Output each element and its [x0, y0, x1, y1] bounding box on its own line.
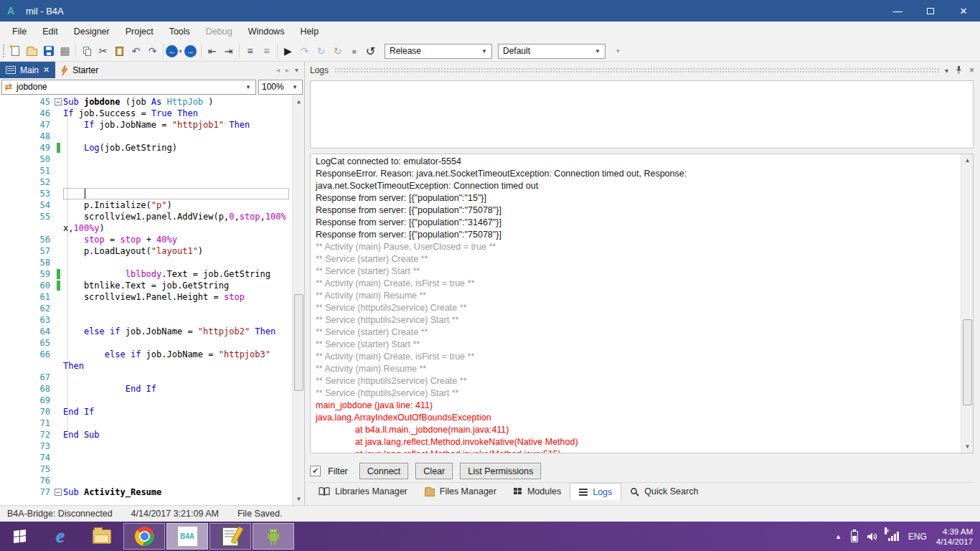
menu-help[interactable]: Help: [292, 23, 326, 40]
minimize-button[interactable]: —: [881, 0, 914, 22]
code-line[interactable]: 61 scrollview1.Panel.Height = stop: [0, 291, 292, 303]
code-line[interactable]: 73: [0, 441, 292, 452]
fold-collapse-icon[interactable]: −: [55, 98, 62, 105]
tab-main[interactable]: Main ✕: [0, 62, 55, 78]
scrollbar-thumb[interactable]: [963, 319, 972, 405]
code-line[interactable]: 47 If job.JobName = "httpjob1" Then: [0, 119, 292, 131]
scroll-up-icon[interactable]: ▲: [961, 154, 974, 166]
menu-windows[interactable]: Windows: [240, 23, 293, 40]
code-line[interactable]: 51: [0, 165, 292, 176]
show-hidden-icons[interactable]: ▲: [835, 533, 842, 540]
menu-edit[interactable]: Edit: [34, 23, 66, 40]
code-line[interactable]: 59 lblbody.Text = job.GetString: [0, 268, 292, 280]
undo-icon[interactable]: ↶: [128, 43, 144, 60]
code-line[interactable]: 53: [0, 188, 292, 199]
uncomment-icon[interactable]: ≡: [258, 43, 275, 60]
redo-icon[interactable]: ↷: [144, 43, 161, 60]
close-tab-icon[interactable]: ✕: [43, 65, 50, 75]
taskbar-notepad-plus[interactable]: [209, 523, 251, 550]
list-permissions-button[interactable]: List Permissions: [460, 463, 541, 479]
new-project-icon[interactable]: ✦: [7, 43, 24, 60]
navigate-back-icon[interactable]: ←▾: [166, 43, 182, 60]
rebuild-icon[interactable]: ↺: [362, 43, 379, 60]
code-line[interactable]: 72End Sub: [0, 429, 292, 441]
start-button[interactable]: [0, 522, 39, 551]
zoom-selector[interactable]: 100% ▼: [258, 80, 303, 95]
network-icon[interactable]: ✳: [888, 532, 899, 541]
connect-button[interactable]: Connect: [359, 463, 409, 479]
panel-close-icon[interactable]: ×: [969, 65, 974, 75]
code-line[interactable]: 50: [0, 154, 292, 165]
taskbar-chrome[interactable]: [123, 523, 165, 550]
toolbar-overflow-icon[interactable]: ▾: [610, 43, 626, 60]
profile-select[interactable]: Default ▼: [498, 44, 606, 59]
clock[interactable]: 4:39 AM 4/14/2017: [936, 527, 973, 547]
code-line[interactable]: 56 stop = stop + 40%y: [0, 234, 292, 245]
copy-icon[interactable]: [78, 43, 95, 60]
open-project-icon[interactable]: [24, 43, 40, 60]
language-indicator[interactable]: ENG: [908, 532, 927, 542]
paste-icon[interactable]: [111, 43, 128, 60]
scrollbar-thumb[interactable]: [294, 294, 303, 391]
maximize-button[interactable]: [914, 0, 947, 22]
code-line[interactable]: 74: [0, 452, 292, 463]
cut-icon[interactable]: ✂: [95, 43, 111, 60]
code-line[interactable]: 62: [0, 303, 292, 314]
filter-checkbox[interactable]: ✔: [310, 466, 321, 476]
panel-menu-icon[interactable]: ▾: [945, 67, 948, 75]
code-editor[interactable]: 45−Sub jobdone (job As HttpJob )46If job…: [0, 95, 304, 505]
code-line[interactable]: 69: [0, 395, 292, 406]
scroll-up-icon[interactable]: ▲: [293, 95, 304, 108]
sub-selector[interactable]: ⇄ jobdone ▼: [1, 80, 256, 95]
code-line[interactable]: 63: [0, 314, 292, 326]
scroll-down-icon[interactable]: ▼: [293, 493, 304, 505]
code-line[interactable]: 67: [0, 372, 292, 383]
tab-files-manager[interactable]: Files Manager: [416, 483, 505, 500]
code-line[interactable]: x,100%y): [0, 222, 292, 234]
code-line[interactable]: 46If job.Success = True Then: [0, 108, 292, 119]
code-line[interactable]: 55 scrollview1.panel.AddView(p,0,stop,10…: [0, 211, 292, 222]
fold-collapse-icon[interactable]: −: [55, 489, 62, 496]
build-config-select[interactable]: Release ▼: [385, 44, 492, 59]
code-line[interactable]: 54 p.Initialize("p"): [0, 199, 292, 211]
volume-icon[interactable]: [867, 532, 879, 542]
code-line[interactable]: 60 btnlike.Text = job.GetString: [0, 280, 292, 291]
pin-icon[interactable]: [956, 66, 962, 75]
export-package-icon[interactable]: ▦: [57, 43, 73, 60]
tab-quick-search[interactable]: Quick Search: [621, 483, 707, 500]
tab-list-icon[interactable]: ▾: [295, 66, 298, 74]
tab-starter[interactable]: Starter: [55, 62, 104, 78]
code-line[interactable]: 48: [0, 131, 292, 142]
logs-filter-box[interactable]: [310, 80, 974, 149]
code-line[interactable]: 70End If: [0, 406, 292, 418]
taskbar-file-explorer[interactable]: [81, 522, 123, 551]
menu-file[interactable]: File: [4, 23, 34, 40]
taskbar-b4a[interactable]: B4A: [166, 523, 208, 550]
tab-scroll-right-icon[interactable]: ▸: [286, 66, 289, 74]
code-line[interactable]: Then: [0, 360, 292, 372]
menu-designer[interactable]: Designer: [66, 23, 118, 40]
save-all-icon[interactable]: [40, 43, 57, 60]
code-line[interactable]: 58: [0, 257, 292, 268]
code-line[interactable]: 75: [0, 463, 292, 475]
clear-button[interactable]: Clear: [415, 463, 453, 479]
code-line[interactable]: 77−Sub Activity_Resume: [0, 486, 292, 498]
code-line[interactable]: 45−Sub jobdone (job As HttpJob ): [0, 96, 292, 108]
close-button[interactable]: ✕: [947, 0, 980, 22]
menu-project[interactable]: Project: [118, 23, 161, 40]
navigate-forward-icon[interactable]: →: [182, 43, 199, 60]
code-line[interactable]: 52: [0, 176, 292, 188]
log-output-box[interactable]: LogCat connected to: emulator-5554Respon…: [310, 154, 974, 453]
code-line[interactable]: 71: [0, 418, 292, 429]
scroll-down-icon[interactable]: ▼: [961, 441, 974, 453]
code-line[interactable]: 57 p.LoadLayout("layout1"): [0, 245, 292, 257]
indent-icon[interactable]: ⇥: [220, 43, 237, 60]
code-line[interactable]: 76: [0, 475, 292, 486]
tab-logs[interactable]: Logs: [570, 483, 621, 500]
tab-modules[interactable]: Modules: [505, 483, 570, 500]
code-line[interactable]: 49 Log(job.GetString): [0, 142, 292, 154]
code-line[interactable]: 66 else if job.JobName = "httpjob3": [0, 349, 292, 360]
code-line[interactable]: 64 else if job.JobName = "httpjob2" Then: [0, 326, 292, 337]
code-line[interactable]: 68 End If: [0, 383, 292, 395]
logs-vscrollbar[interactable]: ▲ ▼: [961, 154, 973, 453]
